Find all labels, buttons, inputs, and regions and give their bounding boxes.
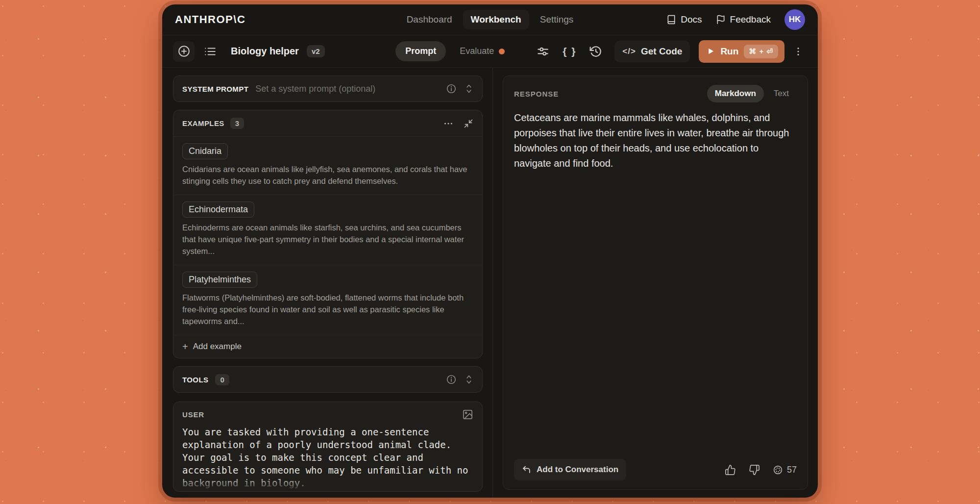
image-attach-icon[interactable] [462, 409, 473, 420]
collapse-icon[interactable] [464, 119, 473, 128]
feedback-flag-icon [716, 15, 726, 25]
examples-section: EXAMPLES 3 Cnidaria Cnidarians are ocean… [173, 110, 483, 358]
history-icon [589, 45, 602, 58]
system-prompt-label: SYSTEM PROMPT [182, 85, 248, 93]
ellipsis-menu-icon[interactable] [443, 118, 454, 129]
thumbs-up-icon[interactable] [725, 464, 736, 476]
variables-button[interactable]: { } [559, 41, 580, 62]
mode-tabs: Prompt Evaluate [395, 41, 514, 61]
system-prompt-placeholder: Set a system prompt (optional) [255, 84, 375, 94]
tools-label: TOOLS [182, 376, 208, 384]
evaluate-status-dot [499, 49, 505, 54]
response-label: RESPONSE [514, 90, 559, 98]
tab-prompt[interactable]: Prompt [395, 41, 446, 61]
example-tag: Cnidaria [182, 143, 228, 159]
plus-circle-icon [177, 45, 191, 58]
anthropic-logo: ANTHROP\C [175, 13, 245, 26]
example-text: Flatworms (Platyhelminthes) are soft-bod… [182, 292, 473, 327]
prompt-panel: SYSTEM PROMPT Set a system prompt (optio… [162, 68, 492, 498]
get-code-button[interactable]: </> Get Code [614, 41, 690, 62]
response-card: RESPONSE Markdown Text Cetaceans are mar… [503, 76, 808, 490]
example-item-cnidaria[interactable]: Cnidaria Cnidarians are ocean animals li… [173, 136, 482, 195]
kebab-icon [793, 46, 804, 57]
response-token-count: 57 [773, 465, 797, 475]
user-label: USER [182, 410, 204, 419]
info-icon[interactable] [446, 83, 457, 94]
list-icon [204, 45, 217, 58]
example-item-echinodermata[interactable]: Echinodermata Echinoderms are ocean anim… [173, 195, 482, 265]
example-tag: Echinodermata [182, 202, 254, 218]
examples-header: EXAMPLES 3 [173, 110, 482, 136]
history-button[interactable] [585, 41, 607, 62]
docs-icon [666, 15, 676, 25]
text-fade-overlay [182, 477, 476, 491]
user-message-input[interactable]: You are tasked with providing a one-sent… [182, 426, 476, 491]
plus-icon: + [182, 342, 188, 352]
docs-link[interactable]: Docs [666, 14, 702, 25]
response-view-toggle: Markdown Text [707, 85, 797, 102]
tab-markdown[interactable]: Markdown [707, 85, 764, 102]
add-to-conversation-button[interactable]: Add to Conversation [514, 459, 626, 480]
examples-count-badge: 3 [230, 118, 244, 129]
example-text: Cnidarians are ocean animals like jellyf… [182, 163, 473, 187]
example-tag: Platyhelminthes [182, 272, 257, 288]
top-nav: ANTHROP\C Dashboard Workbench Settings D… [162, 4, 818, 35]
feedback-link[interactable]: Feedback [716, 14, 771, 25]
user-message-card: USER You are tasked with providing a one… [173, 402, 483, 492]
examples-label: EXAMPLES [182, 119, 224, 127]
primary-nav: Dashboard Workbench Settings [399, 10, 582, 29]
version-badge[interactable]: v2 [307, 45, 325, 57]
expand-chevrons-icon[interactable] [465, 83, 473, 94]
run-button[interactable]: Run ⌘ + ⏎ [699, 40, 784, 63]
tab-text[interactable]: Text [766, 85, 797, 102]
model-settings-button[interactable] [532, 41, 554, 62]
tab-evaluate[interactable]: Evaluate [450, 41, 514, 61]
expand-chevrons-icon[interactable] [465, 374, 473, 385]
response-text: Cetaceans are marine mammals like whales… [514, 110, 797, 171]
tools-count-badge: 0 [215, 374, 229, 385]
tools-bar[interactable]: TOOLS 0 [173, 366, 483, 393]
braces-icon: { } [563, 46, 576, 57]
toolbar-actions: { } </> Get Code Run ⌘ + ⏎ [532, 40, 807, 63]
info-icon[interactable] [446, 374, 457, 385]
undo-arrow-icon [522, 465, 531, 475]
run-shortcut-badge: ⌘ + ⏎ [744, 45, 778, 58]
example-text: Echinoderms are ocean animals like starf… [182, 222, 473, 257]
play-icon [707, 47, 715, 55]
token-icon [773, 465, 783, 475]
nav-item-settings[interactable]: Settings [532, 10, 582, 29]
prompt-list-button[interactable] [199, 41, 221, 62]
system-prompt-bar[interactable]: SYSTEM PROMPT Set a system prompt (optio… [173, 76, 483, 102]
code-icon: </> [622, 47, 636, 56]
sliders-icon [537, 45, 549, 58]
workbench-window: ANTHROP\C Dashboard Workbench Settings D… [162, 4, 818, 498]
overflow-menu-button[interactable] [789, 41, 807, 62]
add-example-button[interactable]: + Add example [173, 335, 482, 358]
prompt-title[interactable]: Biology helper [231, 46, 299, 57]
response-panel: RESPONSE Markdown Text Cetaceans are mar… [493, 68, 818, 498]
nav-item-dashboard[interactable]: Dashboard [399, 10, 460, 29]
workbench-toolbar: Biology helper v2 Prompt Evaluate { } [162, 35, 818, 68]
example-item-platyhelminthes[interactable]: Platyhelminthes Flatworms (Platyhelminth… [173, 265, 482, 335]
thumbs-down-icon[interactable] [749, 464, 760, 476]
new-prompt-button[interactable] [173, 41, 195, 62]
user-avatar[interactable]: HK [784, 9, 805, 30]
nav-item-workbench[interactable]: Workbench [463, 10, 529, 29]
